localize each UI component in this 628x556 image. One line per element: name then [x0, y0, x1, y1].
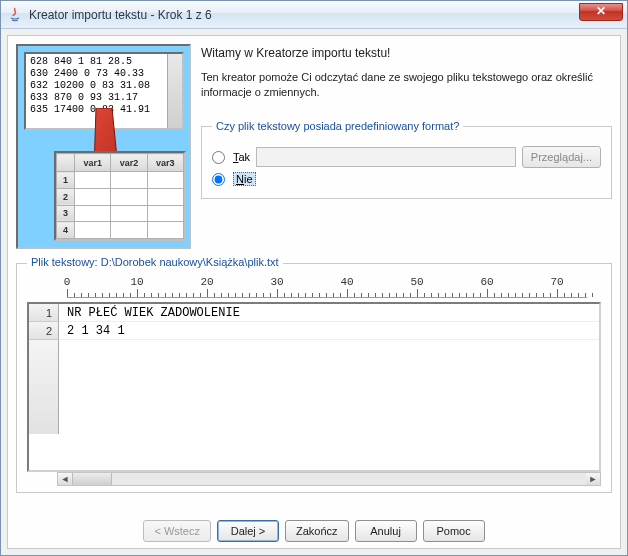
- scrollbar-thumb[interactable]: [72, 473, 112, 485]
- finish-button[interactable]: Zakończ: [285, 520, 349, 542]
- format-legend: Czy plik tekstowy posiada predefiniowany…: [212, 120, 463, 132]
- format-groupbox: Czy plik tekstowy posiada predefiniowany…: [201, 120, 612, 199]
- illustration-panel: 628 840 1 81 28.5 630 2400 0 73 40.33 63…: [16, 44, 191, 249]
- cancel-button[interactable]: Anuluj: [355, 520, 417, 542]
- format-path-input: [256, 147, 516, 167]
- window-title: Kreator importu tekstu - Krok 1 z 6: [29, 8, 212, 22]
- close-button[interactable]: ✕: [579, 3, 623, 21]
- wizard-window: Kreator importu tekstu - Krok 1 z 6 ✕ 62…: [0, 0, 628, 556]
- next-button[interactable]: Dalej >: [217, 520, 279, 542]
- radio-yes-label: Tak: [233, 151, 250, 163]
- illustration-grid: var1 var2 var3 1 2 3 4: [54, 151, 186, 241]
- scroll-right-icon[interactable]: ►: [586, 473, 600, 485]
- help-button[interactable]: Pomoc: [423, 520, 485, 542]
- java-icon: [7, 7, 23, 23]
- row-content: 2 1 34 1: [59, 322, 599, 340]
- welcome-body: Ten kreator pomoże Ci odczytać dane ze s…: [201, 70, 612, 100]
- wizard-page: 628 840 1 81 28.5 630 2400 0 73 40.33 63…: [7, 35, 621, 549]
- row-number: 2: [29, 322, 59, 340]
- scroll-left-icon[interactable]: ◄: [58, 473, 72, 485]
- back-button: < Wstecz: [143, 520, 211, 542]
- illustration-textfile: 628 840 1 81 28.5 630 2400 0 73 40.33 63…: [24, 52, 184, 130]
- radio-yes[interactable]: [212, 151, 225, 164]
- client-area: 628 840 1 81 28.5 630 2400 0 73 40.33 63…: [1, 29, 627, 555]
- file-preview-groupbox: Plik tekstowy: D:\Dorobek naukowy\Książk…: [16, 263, 612, 493]
- welcome-block: Witamy w Kreatorze importu tekstu! Ten k…: [201, 44, 612, 249]
- radio-no-label: Nie: [233, 172, 256, 186]
- file-data-grid[interactable]: 1 NR PŁEĆ WIEK ZADOWOLENIE 2 2 1 34 1: [27, 302, 601, 472]
- horizontal-scrollbar[interactable]: ◄ ►: [57, 472, 601, 486]
- row-content: NR PŁEĆ WIEK ZADOWOLENIE: [59, 304, 599, 322]
- titlebar: Kreator importu tekstu - Krok 1 z 6 ✕: [1, 1, 627, 29]
- file-preview-legend: Plik tekstowy: D:\Dorobek naukowy\Książk…: [27, 256, 283, 268]
- column-ruler: 010203040506070: [67, 276, 587, 300]
- scrollbar-track[interactable]: [112, 473, 586, 485]
- row-gutter: [29, 340, 59, 434]
- wizard-buttons: < Wstecz Dalej > Zakończ Anuluj Pomoc: [8, 520, 620, 542]
- radio-no[interactable]: [212, 173, 225, 186]
- browse-button: Przeglądaj...: [522, 146, 601, 168]
- welcome-heading: Witamy w Kreatorze importu tekstu!: [201, 46, 612, 60]
- row-number: 1: [29, 304, 59, 322]
